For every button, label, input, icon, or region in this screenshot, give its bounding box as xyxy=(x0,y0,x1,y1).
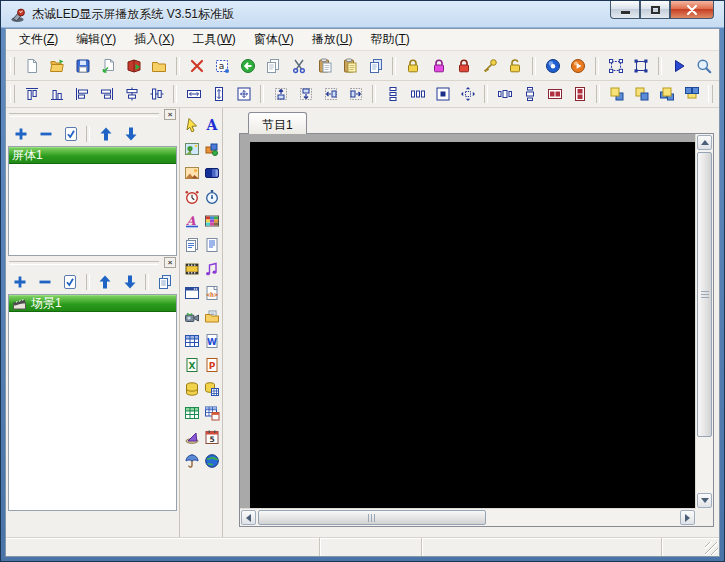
tab-节目1[interactable]: 节目1 xyxy=(248,112,307,134)
layer-back-button[interactable] xyxy=(679,83,704,106)
move-up-button[interactable] xyxy=(93,270,118,293)
play-sphere-button[interactable] xyxy=(565,53,591,78)
move-down-button[interactable] xyxy=(117,270,142,293)
color-grid-tool-button[interactable] xyxy=(201,209,223,233)
align-top-button[interactable] xyxy=(19,83,44,106)
play-preview-button[interactable] xyxy=(666,53,692,78)
resize-grip[interactable] xyxy=(705,542,718,555)
close-button[interactable] xyxy=(670,1,714,19)
art-text-tool-button[interactable]: A xyxy=(181,209,203,233)
grow-right-button[interactable] xyxy=(343,83,368,106)
save-button[interactable] xyxy=(70,53,96,78)
move-up-button[interactable] xyxy=(93,122,118,145)
titlebar[interactable]: 杰诚LED显示屏播放系统 V3.51标准版 xyxy=(1,1,724,28)
video-tool-button[interactable] xyxy=(181,257,203,281)
excel-tool-button[interactable]: X xyxy=(181,353,203,377)
select-all-button[interactable]: a xyxy=(210,53,236,78)
center-screen-button[interactable] xyxy=(430,83,455,106)
media-folder-tool-button[interactable] xyxy=(201,305,223,329)
scroll-down-button[interactable] xyxy=(697,493,712,508)
delete-button[interactable] xyxy=(184,53,210,78)
database-tool-button[interactable] xyxy=(181,377,203,401)
maximize-button[interactable] xyxy=(640,1,670,19)
key-button[interactable] xyxy=(477,53,503,78)
same-width-button[interactable] xyxy=(181,83,206,106)
menu-item-play[interactable]: 播放(U) xyxy=(303,29,362,50)
scene-panel-close-icon[interactable]: × xyxy=(164,257,176,268)
word-tool-button[interactable]: W xyxy=(201,329,223,353)
menu-item-window[interactable]: 窗体(V) xyxy=(245,29,303,50)
capture-tool-button[interactable] xyxy=(181,305,203,329)
cut-button[interactable] xyxy=(286,53,312,78)
picture-tool-button[interactable] xyxy=(181,137,203,161)
same-size-button[interactable] xyxy=(231,83,256,106)
copy-item-button[interactable] xyxy=(152,270,177,293)
table-green-tool-button[interactable] xyxy=(181,401,203,425)
center-vertical-button[interactable] xyxy=(144,83,169,106)
animation-tool-button[interactable] xyxy=(201,137,223,161)
lock-red-button[interactable] xyxy=(451,53,477,78)
database-grid-tool-button[interactable] xyxy=(201,377,223,401)
align-bottom-button[interactable] xyxy=(44,83,69,106)
gradient-area-tool-button[interactable] xyxy=(201,161,223,185)
lock-gold-button[interactable] xyxy=(400,53,426,78)
remove-button[interactable] xyxy=(33,270,58,293)
menu-item-file[interactable]: 文件(Z) xyxy=(10,29,67,50)
horizontal-scrollbar[interactable] xyxy=(240,508,696,526)
sundial-tool-button[interactable] xyxy=(181,425,203,449)
check-item-button[interactable] xyxy=(58,270,83,293)
notice-tool-button[interactable] xyxy=(181,233,203,257)
scroll-right-button[interactable] xyxy=(680,510,695,525)
screen-list-item[interactable]: 屏体1 xyxy=(9,147,176,164)
led-preview-canvas[interactable] xyxy=(250,142,696,509)
record-sphere-button[interactable] xyxy=(540,53,566,78)
vertical-scroll-thumb[interactable] xyxy=(697,152,712,437)
frame-select-button[interactable] xyxy=(603,53,629,78)
frame-handles-button[interactable] xyxy=(628,53,654,78)
music-tool-button[interactable] xyxy=(201,257,223,281)
table-tool-button[interactable] xyxy=(181,329,203,353)
tile-horizontal-button[interactable] xyxy=(542,83,567,106)
copy-page-button[interactable] xyxy=(261,53,287,78)
minimize-button[interactable] xyxy=(610,1,640,19)
distribute-horizontal-button[interactable] xyxy=(405,83,430,106)
align-right-button[interactable] xyxy=(94,83,119,106)
layer-forward-button[interactable] xyxy=(604,83,629,106)
powerpoint-tool-button[interactable]: P xyxy=(201,353,223,377)
menu-item-edit[interactable]: 编辑(Y) xyxy=(67,29,125,50)
folder-button[interactable] xyxy=(147,53,173,78)
center-horizontal-button[interactable] xyxy=(119,83,144,106)
screen-panel-close-icon[interactable]: × xyxy=(164,109,176,120)
clock-tool-button[interactable] xyxy=(181,185,203,209)
align-left-button[interactable] xyxy=(69,83,94,106)
tile-vertical-button[interactable] xyxy=(567,83,592,106)
scroll-up-button[interactable] xyxy=(697,135,712,150)
photo-tool-button[interactable] xyxy=(181,161,203,185)
undo-button[interactable] xyxy=(235,53,261,78)
menu-item-insert[interactable]: 插入(X) xyxy=(125,29,183,50)
move-down-button[interactable] xyxy=(118,122,143,145)
grow-up-button[interactable] xyxy=(268,83,293,106)
layer-backward-button[interactable] xyxy=(629,83,654,106)
open-folder-button[interactable] xyxy=(44,53,70,78)
unlock-gold-button[interactable] xyxy=(502,53,528,78)
weather-tool-button[interactable] xyxy=(181,449,203,473)
scroll-left-button[interactable] xyxy=(241,510,256,525)
document-tool-button[interactable] xyxy=(201,233,223,257)
select-cursor-tool-button[interactable] xyxy=(181,113,203,137)
calendar-tool-button[interactable]: 5 xyxy=(201,425,223,449)
grow-down-button[interactable] xyxy=(293,83,318,106)
scene-list-item[interactable]: 场景1 xyxy=(9,295,176,312)
save-as-button[interactable] xyxy=(96,53,122,78)
table-calendar-tool-button[interactable] xyxy=(201,401,223,425)
vertical-scrollbar[interactable] xyxy=(695,134,713,509)
paste-pages-button[interactable] xyxy=(337,53,363,78)
paste-button[interactable] xyxy=(312,53,338,78)
add-button[interactable] xyxy=(8,122,33,145)
text-tool-button[interactable]: A xyxy=(201,113,223,137)
check-item-button[interactable] xyxy=(58,122,83,145)
web-tool-button[interactable] xyxy=(201,449,223,473)
grow-left-button[interactable] xyxy=(318,83,343,106)
html-tool-button[interactable]: <h> xyxy=(201,281,223,305)
space-vertical-button[interactable] xyxy=(517,83,542,106)
